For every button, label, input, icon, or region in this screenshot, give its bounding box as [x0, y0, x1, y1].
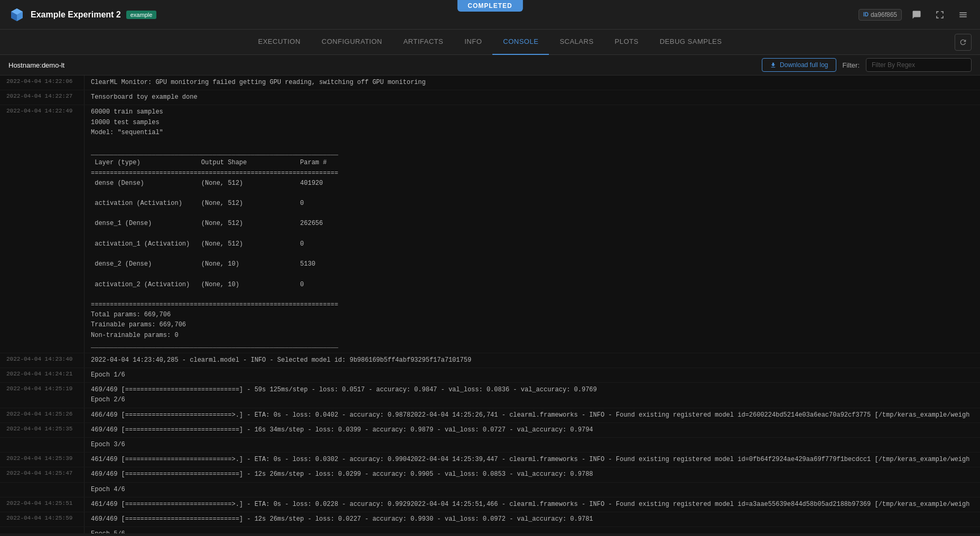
tab-execution[interactable]: EXECUTION	[248, 30, 311, 55]
experiment-id-value: da96f865	[871, 11, 897, 18]
log-row: 2022-04-04 14:25:35469/469 [============…	[0, 423, 980, 438]
log-message: 469/469 [==============================]…	[85, 512, 980, 526]
log-row: 2022-04-04 14:22:4960000 train samples 1…	[0, 105, 980, 353]
log-timestamp: 2022-04-04 14:25:47	[0, 467, 85, 482]
log-timestamp: 2022-04-04 14:22:06	[0, 76, 85, 90]
log-message: 466/469 [============================>.]…	[85, 408, 980, 422]
log-message: Epoch 4/6	[85, 483, 980, 497]
log-row: 2022-04-04 14:25:51461/469 [============…	[0, 497, 980, 512]
log-timestamp: 2022-04-04 14:22:49	[0, 105, 85, 353]
menu-button[interactable]	[955, 6, 972, 23]
log-message: 469/469 [==============================]…	[85, 423, 980, 437]
download-log-button[interactable]: Download full log	[762, 58, 836, 72]
log-timestamp: 2022-04-04 14:25:59	[0, 512, 85, 526]
log-message: 469/469 [==============================]…	[85, 467, 980, 482]
top-bar-actions: ID da96f865	[858, 6, 972, 23]
tab-configuration[interactable]: CONFIGURATION	[311, 30, 393, 55]
tab-artifacts[interactable]: ARTIFACTS	[393, 30, 454, 55]
log-timestamp	[0, 483, 85, 497]
log-message: 469/469 [==============================]…	[85, 383, 980, 407]
log-timestamp: 2022-04-04 14:24:21	[0, 368, 85, 382]
log-message: Epoch 1/6	[85, 368, 980, 382]
nav-tabs-right	[955, 34, 972, 51]
nav-tabs: EXECUTION CONFIGURATION ARTIFACTS INFO C…	[0, 30, 980, 55]
log-row: 2022-04-04 14:25:39461/469 [============…	[0, 453, 980, 467]
log-timestamp: 2022-04-04 14:23:40	[0, 353, 85, 368]
tab-console[interactable]: CONSOLE	[492, 30, 549, 55]
console-log-area[interactable]: 2022-04-04 14:22:06ClearML Monitor: GPU …	[0, 76, 980, 533]
log-row: 2022-04-04 14:23:402022-04-04 14:23:40,2…	[0, 353, 980, 368]
comment-button[interactable]	[908, 6, 925, 23]
top-bar: Example Experiment 2 example COMPLETED I…	[0, 0, 980, 30]
log-timestamp: 2022-04-04 14:25:19	[0, 383, 85, 407]
log-message: ClearML Monitor: GPU monitoring failed g…	[85, 76, 980, 90]
refresh-button[interactable]	[955, 34, 972, 51]
filter-input[interactable]	[866, 58, 972, 72]
tab-info[interactable]: INFO	[454, 30, 492, 55]
log-row: 2022-04-04 14:25:19469/469 [============…	[0, 383, 980, 408]
tab-scalars[interactable]: SCALARS	[549, 30, 604, 55]
log-timestamp	[0, 527, 85, 533]
log-timestamp: 2022-04-04 14:25:39	[0, 453, 85, 467]
log-timestamp: 2022-04-04 14:25:26	[0, 408, 85, 422]
log-message: Epoch 5/6	[85, 527, 980, 533]
experiment-tag[interactable]: example	[126, 11, 157, 19]
filter-label: Filter:	[843, 61, 860, 69]
log-row: Epoch 5/6	[0, 527, 980, 533]
log-timestamp: 2022-04-04 14:25:51	[0, 497, 85, 512]
log-message: 2022-04-04 14:23:40,285 - clearml.model …	[85, 353, 980, 368]
log-row: 2022-04-04 14:25:26466/469 [============…	[0, 408, 980, 423]
log-message: 461/469 [============================>.]…	[85, 453, 980, 467]
log-timestamp	[0, 438, 85, 452]
hostname-display: Hostname:demo-lt	[8, 61, 64, 69]
log-row: 2022-04-04 14:25:47469/469 [============…	[0, 467, 980, 482]
id-label: ID	[863, 12, 869, 17]
fullscreen-button[interactable]	[931, 6, 948, 23]
experiment-id-badge: ID da96f865	[858, 9, 902, 21]
log-message: Epoch 3/6	[85, 438, 980, 452]
experiment-title: Example Experiment 2	[31, 10, 121, 20]
app-logo	[8, 6, 25, 23]
hostname-value: demo-lt	[42, 61, 64, 69]
log-row: 2022-04-04 14:22:27Tensorboard toy examp…	[0, 90, 980, 105]
log-timestamp: 2022-04-04 14:22:27	[0, 90, 85, 105]
download-log-label: Download full log	[780, 61, 828, 69]
log-row: Epoch 4/6	[0, 483, 980, 497]
tab-plots[interactable]: PLOTS	[604, 30, 649, 55]
log-message: 60000 train samples 10000 test samples M…	[85, 105, 980, 353]
log-row: Epoch 3/6	[0, 438, 980, 453]
tab-debug-samples[interactable]: DEBUG SAMPLES	[649, 30, 733, 55]
log-row: 2022-04-04 14:22:06ClearML Monitor: GPU …	[0, 76, 980, 90]
log-message: Tensorboard toy example done	[85, 90, 980, 105]
console-toolbar: Hostname:demo-lt Download full log Filte…	[0, 55, 980, 76]
status-badge: COMPLETED	[457, 0, 522, 12]
log-message: 461/469 [============================>.]…	[85, 497, 980, 512]
log-row: 2022-04-04 14:24:21Epoch 1/6	[0, 368, 980, 383]
log-row: 2022-04-04 14:25:59469/469 [============…	[0, 512, 980, 527]
log-timestamp: 2022-04-04 14:25:35	[0, 423, 85, 437]
